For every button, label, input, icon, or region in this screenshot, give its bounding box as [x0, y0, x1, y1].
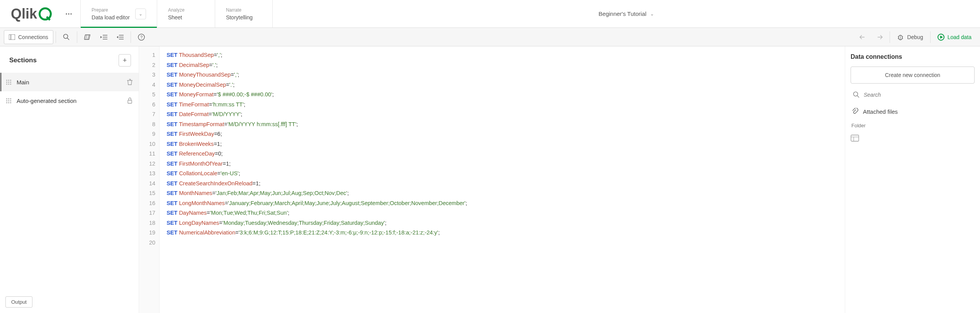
sections-heading: Sections: [9, 56, 37, 64]
load-data-button[interactable]: Load data: [933, 30, 976, 44]
drag-handle-icon[interactable]: [6, 80, 11, 85]
locked-section-icon: [127, 97, 132, 104]
indent-button[interactable]: [96, 30, 112, 44]
search-icon: [853, 91, 860, 98]
folder-label: Folder: [851, 123, 975, 128]
app-title-dropdown[interactable]: Beginner's Tutorial ⌄: [273, 0, 980, 27]
data-connections-heading: Data connections: [851, 53, 975, 60]
logo-text: Qlik: [11, 6, 37, 22]
redo-button[interactable]: [871, 30, 887, 44]
script-editor[interactable]: 1234567891011121314151617181920 SET Thou…: [139, 46, 845, 313]
tab-eyebrow: Prepare: [92, 7, 130, 13]
svg-point-0: [66, 13, 67, 14]
section-label: Main: [17, 79, 122, 86]
tab-title: Storytelling: [226, 14, 262, 21]
section-label: Auto-generated section: [17, 97, 122, 104]
svg-point-5: [63, 34, 68, 38]
editor-code[interactable]: SET ThousandSep=',';SET DecimalSep='.';S…: [160, 46, 467, 313]
help-button[interactable]: ?: [133, 30, 149, 44]
tab-prepare-dropdown[interactable]: ⌄: [135, 9, 146, 19]
connections-button[interactable]: Connections: [4, 30, 53, 44]
svg-rect-23: [128, 100, 132, 103]
delete-section-button[interactable]: [127, 79, 132, 85]
section-item-main[interactable]: Main: [0, 73, 139, 91]
tab-prepare[interactable]: Prepare Data load editor ⌄: [80, 0, 157, 27]
debug-label: Debug: [907, 34, 923, 40]
app-title: Beginner's Tutorial: [599, 10, 647, 17]
play-icon: [938, 34, 944, 41]
search-icon: [63, 34, 70, 41]
svg-rect-26: [851, 135, 859, 141]
svg-point-1: [68, 13, 69, 14]
outdent-icon: [117, 34, 124, 40]
svg-point-2: [70, 13, 71, 14]
connection-search-input[interactable]: [864, 92, 972, 98]
svg-text:?: ?: [140, 35, 143, 39]
trash-icon: [127, 79, 132, 85]
comment-icon: [84, 34, 91, 40]
separator: [930, 31, 931, 43]
chevron-down-icon: ⌄: [650, 11, 654, 17]
help-icon: ?: [138, 34, 145, 41]
lock-icon: [127, 97, 132, 104]
section-item-autogen[interactable]: Auto-generated section: [0, 91, 139, 110]
add-section-button[interactable]: +: [119, 54, 131, 67]
svg-point-24: [854, 92, 858, 96]
tab-title: Data load editor: [92, 14, 130, 21]
outdent-button[interactable]: [112, 30, 128, 44]
paperclip-icon: [851, 108, 858, 115]
load-label: Load data: [948, 34, 972, 40]
plus-icon: +: [123, 56, 127, 65]
tab-narrate[interactable]: Narrate Storytelling: [215, 0, 273, 27]
connections-label: Connections: [18, 34, 48, 40]
connections-icon: [9, 34, 15, 40]
tab-eyebrow: Analyze: [168, 7, 204, 13]
svg-line-25: [857, 96, 859, 97]
svg-line-6: [67, 38, 69, 40]
separator: [77, 31, 77, 43]
separator: [890, 31, 890, 43]
tab-title: Sheet: [168, 14, 204, 21]
undo-icon: [859, 34, 866, 40]
debug-button[interactable]: Debug: [892, 30, 927, 44]
separator: [131, 31, 131, 43]
create-connection-button[interactable]: Create new connection: [851, 67, 975, 84]
tab-analyze[interactable]: Analyze Sheet: [157, 0, 215, 27]
drag-handle-icon[interactable]: [6, 98, 11, 103]
redo-icon: [876, 34, 883, 40]
svg-rect-3: [9, 34, 15, 40]
app-logo[interactable]: Qlik: [0, 0, 57, 27]
editor-gutter: 1234567891011121314151617181920: [139, 46, 160, 313]
more-menu-button[interactable]: [57, 0, 80, 27]
comment-toggle-button[interactable]: [80, 30, 96, 44]
tab-eyebrow: Narrate: [226, 7, 262, 13]
insert-connection-button[interactable]: [851, 135, 975, 142]
chevron-down-icon: ⌄: [139, 11, 143, 17]
create-connection-label: Create new connection: [885, 72, 940, 78]
logo-q-icon: [39, 7, 52, 21]
bug-icon: [897, 34, 904, 40]
svg-line-8: [88, 35, 89, 39]
attached-files-label: Attached files: [863, 108, 898, 115]
undo-button[interactable]: [855, 30, 871, 44]
separator: [56, 31, 56, 43]
output-button[interactable]: Output: [5, 296, 32, 308]
search-button[interactable]: [58, 30, 75, 44]
indent-icon: [100, 34, 107, 40]
output-label: Output: [11, 299, 27, 305]
select-data-icon: [851, 135, 859, 142]
attached-files-item[interactable]: Attached files: [851, 106, 975, 116]
svg-line-7: [86, 35, 87, 39]
